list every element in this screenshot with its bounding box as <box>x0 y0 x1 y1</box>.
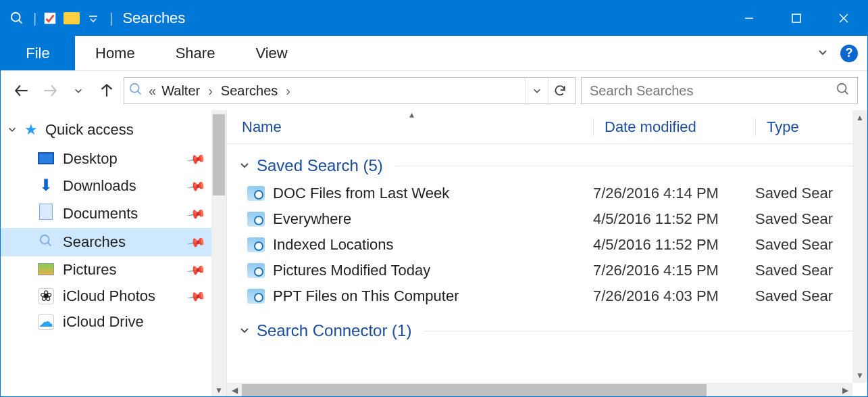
file-date: 7/26/2016 4:14 PM <box>593 185 755 202</box>
file-row[interactable]: DOC Files from Last Week7/26/2016 4:14 P… <box>227 181 867 206</box>
file-name: Indexed Locations <box>273 236 394 254</box>
qat-separator: | <box>33 11 36 26</box>
svg-point-15 <box>41 235 49 244</box>
sidebar-item-downloads[interactable]: ⬇Downloads📌 <box>1 172 226 199</box>
sidebar-item-label: Documents <box>63 205 138 223</box>
chevron-down-icon[interactable] <box>239 156 250 175</box>
scroll-down-icon[interactable]: ▼ <box>211 383 226 397</box>
ribbon-tab-share[interactable]: Share <box>155 36 236 70</box>
file-date: 7/26/2016 4:03 PM <box>593 287 755 305</box>
sidebar-item-label: iCloud Drive <box>63 313 144 331</box>
file-list-pane: ▴ Name Date modified Type Saved Search (… <box>227 110 867 397</box>
chevron-down-icon[interactable] <box>239 321 250 340</box>
qat-customize-icon[interactable] <box>84 9 103 28</box>
column-header-name[interactable]: Name <box>242 118 593 136</box>
close-button[interactable] <box>820 1 867 36</box>
pin-icon: 📌 <box>186 286 207 307</box>
scroll-thumb[interactable] <box>242 384 707 396</box>
group-rule <box>395 166 862 166</box>
address-history-button[interactable] <box>525 78 548 103</box>
file-type: Saved Sear <box>755 210 867 228</box>
qat-search-icon[interactable] <box>7 9 26 28</box>
maximize-button[interactable] <box>773 1 820 36</box>
ribbon-tab-view[interactable]: View <box>235 36 307 70</box>
file-date: 7/26/2016 4:15 PM <box>593 262 755 279</box>
pin-icon: 📌 <box>186 260 207 281</box>
qat-separator-2: | <box>109 11 113 26</box>
file-row[interactable]: PPT Files on This Computer7/26/2016 4:03… <box>227 283 867 309</box>
svg-point-13 <box>838 83 846 92</box>
navigation-row: « Walter › Searches › <box>1 71 867 110</box>
back-button[interactable] <box>10 79 33 102</box>
file-type: Saved Sear <box>755 262 867 279</box>
ribbon-expand-icon[interactable] <box>817 45 828 61</box>
tree-root-quick-access[interactable]: ★ Quick access <box>1 117 226 145</box>
saved-search-icon <box>247 186 265 201</box>
file-name: PPT Files on This Computer <box>273 287 459 305</box>
file-row[interactable]: Pictures Modified Today7/26/2016 4:15 PM… <box>227 258 867 283</box>
svg-line-12 <box>138 91 141 94</box>
group-header[interactable]: Search Connector (1) <box>227 309 867 346</box>
window-title: Searches <box>122 9 185 27</box>
breadcrumb-prefix: « <box>149 83 156 99</box>
svg-line-14 <box>845 91 848 94</box>
file-row[interactable]: Indexed Locations4/5/2016 11:52 PMSaved … <box>227 232 867 258</box>
sidebar-item-desktop[interactable]: Desktop📌 <box>1 145 226 172</box>
qat-properties-icon[interactable] <box>41 9 59 28</box>
scroll-down-icon[interactable]: ▼ <box>852 368 867 383</box>
breadcrumb-part-0[interactable]: Walter <box>161 83 200 99</box>
navpane-scrollbar[interactable]: ▲ ▼ <box>211 110 226 397</box>
icloud-drive-icon: ☁ <box>37 313 55 331</box>
chevron-down-icon[interactable] <box>7 121 17 139</box>
forward-button[interactable] <box>39 79 61 102</box>
download-icon: ⬇ <box>37 177 55 195</box>
sort-indicator-icon: ▴ <box>409 109 414 120</box>
pin-icon: 📌 <box>186 232 207 253</box>
search-box[interactable] <box>581 77 858 104</box>
quick-access-icon: ★ <box>22 121 40 139</box>
search-input[interactable] <box>588 83 836 99</box>
sidebar-item-icloud-photos[interactable]: ❀iCloud Photos📌 <box>1 283 226 309</box>
pictures-icon <box>37 260 55 279</box>
address-bar[interactable]: « Walter › Searches › <box>124 77 576 104</box>
saved-search-icon <box>247 289 265 304</box>
sidebar-item-pictures[interactable]: Pictures📌 <box>1 256 226 283</box>
sidebar-item-searches[interactable]: Searches📌 <box>1 228 226 256</box>
refresh-button[interactable] <box>548 78 571 103</box>
sidebar-item-label: iCloud Photos <box>63 287 155 305</box>
scroll-right-icon[interactable]: ▶ <box>838 386 852 395</box>
ribbon-tab-file[interactable]: File <box>1 36 75 70</box>
help-icon[interactable]: ? <box>840 45 858 62</box>
sidebar-item-documents[interactable]: Documents📌 <box>1 199 226 228</box>
saved-search-icon <box>247 237 265 252</box>
group-header[interactable]: Saved Search (5) <box>227 144 867 181</box>
pin-icon: 📌 <box>186 175 207 196</box>
document-icon <box>37 203 55 224</box>
ribbon-tab-home[interactable]: Home <box>75 36 155 70</box>
file-type: Saved Sear <box>755 236 867 254</box>
scroll-left-icon[interactable]: ◀ <box>227 386 242 395</box>
breadcrumb-part-1[interactable]: Searches <box>221 83 278 99</box>
sidebar-item-label: Desktop <box>63 150 118 168</box>
recent-locations-button[interactable] <box>67 79 90 102</box>
chevron-right-icon[interactable]: › <box>286 83 290 99</box>
file-row[interactable]: Everywhere4/5/2016 11:52 PMSaved Sear <box>227 206 867 232</box>
search-icon[interactable] <box>836 82 850 100</box>
qat-newfolder-icon[interactable] <box>62 9 81 28</box>
filepane-hscrollbar[interactable]: ◀ ▶ <box>227 383 852 397</box>
svg-line-16 <box>48 243 51 246</box>
tree-root-label: Quick access <box>45 121 134 139</box>
column-header-type[interactable]: Type <box>755 118 867 136</box>
up-button[interactable] <box>95 79 118 102</box>
filepane-vscrollbar[interactable]: ▲ ▼ <box>852 110 867 383</box>
minimize-button[interactable] <box>725 1 773 36</box>
ribbon: File Home Share View ? <box>1 36 867 71</box>
chevron-right-icon[interactable]: › <box>208 83 213 99</box>
column-header-date[interactable]: Date modified <box>593 118 755 136</box>
svg-point-0 <box>11 13 20 22</box>
sidebar-item-label: Downloads <box>63 177 136 195</box>
scroll-up-icon[interactable]: ▲ <box>852 110 867 125</box>
sidebar-item-icloud-drive[interactable]: ☁iCloud Drive <box>1 309 226 335</box>
scroll-thumb[interactable] <box>213 114 225 195</box>
file-name: DOC Files from Last Week <box>273 185 449 202</box>
